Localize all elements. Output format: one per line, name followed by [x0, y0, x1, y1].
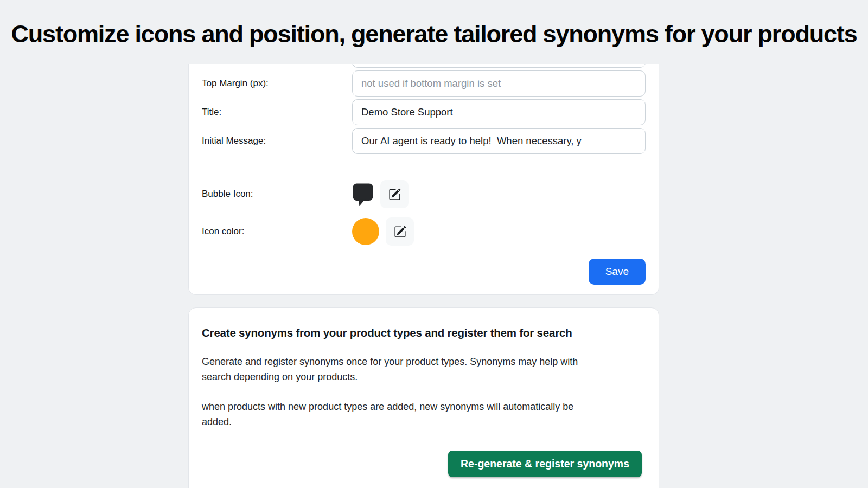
synonyms-card: Create synonyms from your product types … [188, 307, 659, 488]
icon-color-row: Icon color: [202, 217, 646, 246]
edit-bubble-icon-button[interactable] [380, 180, 409, 208]
content-column: Top Margin (px): Title: Initial Message:… [188, 64, 659, 488]
title-input[interactable] [352, 99, 646, 125]
synonyms-paragraph-1: Generate and register synonyms once for … [202, 354, 646, 384]
synonyms-button-row: Re-generate & register synonyms [202, 451, 646, 477]
chat-bubble-icon [352, 183, 374, 208]
bubble-icon-row: Bubble Icon: [202, 180, 646, 208]
edit-icon-color-button[interactable] [386, 217, 414, 246]
title-label: Title: [202, 107, 352, 118]
top-margin-row: Top Margin (px): [202, 70, 646, 97]
save-row: Save [202, 259, 646, 285]
paragraph-line: search depending on your products. [202, 369, 646, 384]
synonyms-heading: Create synonyms from your product types … [202, 326, 646, 339]
widget-settings-card: Top Margin (px): Title: Initial Message:… [188, 64, 659, 295]
title-row: Title: [202, 99, 646, 125]
save-button[interactable]: Save [589, 259, 646, 285]
synonyms-paragraph-2: when products with new product types are… [202, 399, 646, 429]
initial-message-row: Initial Message: [202, 128, 646, 154]
clipped-field-row [202, 64, 646, 68]
top-margin-input[interactable] [352, 70, 646, 97]
clipped-input[interactable] [352, 64, 646, 68]
page-title: Customize icons and position, generate t… [0, 20, 868, 48]
regenerate-synonyms-button[interactable]: Re-generate & register synonyms [448, 451, 642, 477]
settings-divider [202, 166, 646, 166]
initial-message-label: Initial Message: [202, 136, 352, 146]
icon-color-label: Icon color: [202, 226, 352, 237]
paragraph-line: when products with new product types are… [202, 399, 646, 414]
paragraph-line: Generate and register synonyms once for … [202, 354, 646, 369]
top-margin-label: Top Margin (px): [202, 78, 352, 89]
pencil-square-icon [394, 226, 406, 238]
pencil-square-icon [388, 188, 401, 201]
icon-color-swatch [352, 218, 379, 245]
bubble-icon-label: Bubble Icon: [202, 189, 352, 200]
initial-message-input[interactable] [352, 128, 646, 154]
paragraph-line: added. [202, 414, 646, 429]
